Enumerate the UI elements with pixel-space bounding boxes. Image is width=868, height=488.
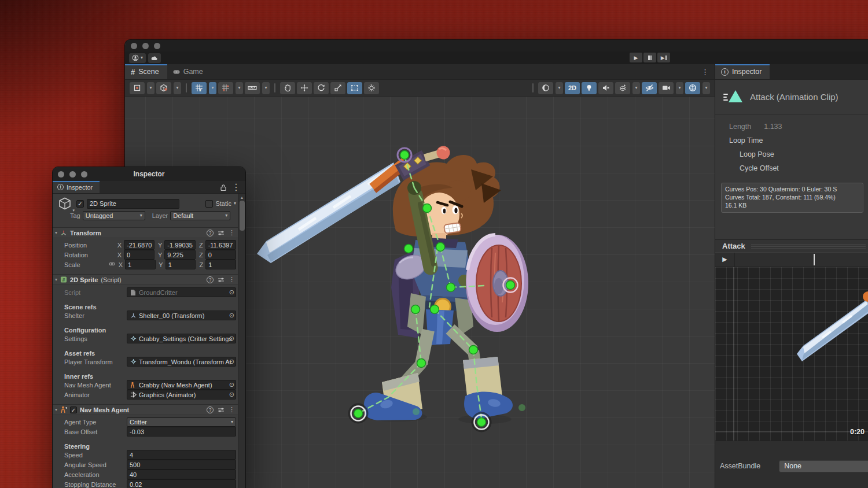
lock-icon[interactable]	[220, 184, 227, 191]
scrollbar-thumb[interactable]	[240, 201, 245, 231]
camera-button[interactable]	[659, 82, 674, 94]
gizmos-dropdown[interactable]: ▾	[703, 82, 710, 94]
presets-icon[interactable]	[218, 406, 225, 413]
help-icon[interactable]: ?	[207, 406, 214, 413]
2d-toggle[interactable]: 2D	[565, 82, 580, 94]
account-button[interactable]: ▾	[129, 53, 146, 63]
lighting-toggle[interactable]	[582, 82, 597, 94]
shading-mode-dropdown[interactable]: ▾	[556, 82, 563, 94]
position-y-field[interactable]: -1.99035	[164, 240, 195, 250]
floating-titlebar[interactable]: Inspector	[53, 167, 245, 181]
base-offset-field[interactable]: -0.03	[127, 427, 236, 437]
audio-mute-toggle[interactable]	[598, 82, 613, 94]
asset-bundle-dropdown[interactable]: None	[779, 460, 868, 472]
cloud-button[interactable]	[148, 53, 161, 63]
component-menu-kebab[interactable]: ⋮	[229, 406, 235, 413]
object-picker-icon[interactable]: ⊙	[229, 312, 234, 319]
bone-handle[interactable]	[423, 204, 432, 213]
pause-button[interactable]	[643, 53, 656, 62]
scale-tool[interactable]	[330, 82, 345, 94]
speed-field[interactable]: 4	[127, 450, 236, 460]
character-sprite[interactable]	[257, 146, 528, 424]
animator-ref-field[interactable]: Graphics (Animator) ⊙	[127, 390, 236, 400]
ik-handle-foot-right[interactable]	[477, 418, 486, 427]
static-dropdown[interactable]: ▾	[234, 201, 236, 206]
object-picker-icon[interactable]: ⊙	[229, 358, 234, 365]
bone-handle[interactable]	[400, 151, 409, 160]
ik-handle-foot-left[interactable]	[354, 409, 363, 418]
tab-game[interactable]: Game	[167, 64, 211, 79]
acceleration-field[interactable]: 40	[127, 469, 236, 479]
navmesh-agent-header[interactable]: ▾ ✓ Nav Mesh Agent ? ⋮	[53, 404, 245, 415]
active-checkbox[interactable]: ✓	[76, 200, 84, 208]
grid-snap-dropdown[interactable]: ▾	[236, 82, 243, 94]
position-z-field[interactable]: -11.6397	[205, 240, 236, 250]
stopping-distance-field[interactable]: 0.02	[127, 479, 236, 488]
snap-increment-button[interactable]	[245, 82, 260, 94]
object-picker-icon[interactable]: ⊙	[229, 335, 234, 342]
drag-handle[interactable]	[751, 243, 866, 249]
minimize-button[interactable]	[69, 171, 76, 178]
tab-scene[interactable]: # Scene	[125, 64, 167, 79]
component-menu-kebab[interactable]: ⋮	[229, 276, 235, 283]
preview-play-button[interactable]: ▶	[715, 253, 735, 267]
bone-handle-faded[interactable]	[413, 408, 420, 415]
layer-dropdown[interactable]: Default▾	[170, 211, 230, 220]
object-picker-icon[interactable]: ⊙	[229, 391, 234, 398]
script-field[interactable]: GroundCritter ⊙	[127, 287, 236, 297]
effects-button[interactable]	[615, 82, 630, 94]
transform-tool[interactable]	[364, 82, 379, 94]
rotation-z-field[interactable]: 0	[205, 250, 236, 260]
presets-icon[interactable]	[218, 276, 225, 283]
zoom-button[interactable]	[81, 171, 87, 178]
rotation-x-field[interactable]: 0	[124, 250, 155, 260]
bone-handle[interactable]	[447, 283, 455, 292]
navmesh-ref-field[interactable]: Crabby (Nav Mesh Agent) ⊙	[127, 380, 236, 390]
shading-mode-button[interactable]	[538, 82, 553, 94]
shield-handle[interactable]	[506, 281, 515, 290]
grid-snap-xy-button[interactable]: Y	[192, 82, 207, 94]
agent-type-dropdown[interactable]: Critter▾	[127, 417, 236, 427]
grid-snap-button[interactable]	[218, 82, 233, 94]
bone-handle[interactable]	[431, 305, 439, 314]
rotation-y-field[interactable]: 9.225	[164, 250, 195, 260]
object-picker-icon[interactable]: ⊙	[229, 381, 234, 389]
settings-field[interactable]: Crabby_Settings (Critter Settings ⊙	[127, 334, 236, 343]
transform-header[interactable]: ▾ Transform ? ⋮	[53, 227, 245, 238]
rotation-dropdown[interactable]: ▾	[174, 82, 181, 94]
preview-header[interactable]: Attack	[715, 239, 868, 252]
static-checkbox[interactable]	[205, 200, 213, 208]
preview-canvas[interactable]: 0:20	[715, 267, 868, 441]
component-menu-kebab[interactable]: ⋮	[229, 229, 235, 236]
tab-inspector-right[interactable]: i Inspector	[715, 64, 770, 79]
rotate-tool[interactable]	[314, 82, 329, 94]
gameobject-name-field[interactable]: 2D Sprite	[87, 199, 179, 209]
property-cycle-offset[interactable]: Cycle Offset	[715, 161, 868, 175]
property-loop-pose[interactable]: Loop Pose	[715, 147, 868, 161]
inspector-menu-kebab[interactable]: ⋮	[231, 182, 241, 193]
move-tool[interactable]	[297, 82, 312, 94]
titlebar[interactable]	[125, 40, 868, 51]
sprite-script-header[interactable]: ▾ # 2D Sprite (Script) ? ⋮	[53, 274, 245, 285]
bone-handle[interactable]	[436, 243, 445, 252]
scale-z-field[interactable]: 1	[205, 260, 236, 269]
gizmos-button[interactable]	[685, 82, 700, 94]
effects-dropdown[interactable]: ▾	[632, 82, 640, 94]
close-button[interactable]	[58, 171, 64, 178]
preview-playhead[interactable]	[814, 254, 815, 265]
presets-icon[interactable]	[218, 230, 225, 236]
play-button[interactable]: ▶	[630, 53, 642, 62]
minimize-button[interactable]	[142, 43, 149, 49]
snap-increment-dropdown[interactable]: ▾	[262, 82, 270, 94]
pivot-dropdown[interactable]: ▾	[147, 82, 155, 94]
bone-handle[interactable]	[469, 346, 478, 354]
tag-dropdown[interactable]: Untagged▾	[83, 211, 145, 220]
bone-handle[interactable]	[404, 245, 413, 253]
scene-menu-kebab[interactable]: ⋮	[696, 68, 715, 76]
zoom-button[interactable]	[154, 43, 160, 49]
tab-inspector-left[interactable]: i Inspector	[53, 181, 100, 193]
shelter-field[interactable]: Shelter_00 (Transform) ⊙	[127, 310, 236, 320]
pivot-button[interactable]	[130, 82, 145, 94]
bone-handle-faded[interactable]	[518, 404, 525, 411]
bone-handle[interactable]	[417, 359, 426, 368]
